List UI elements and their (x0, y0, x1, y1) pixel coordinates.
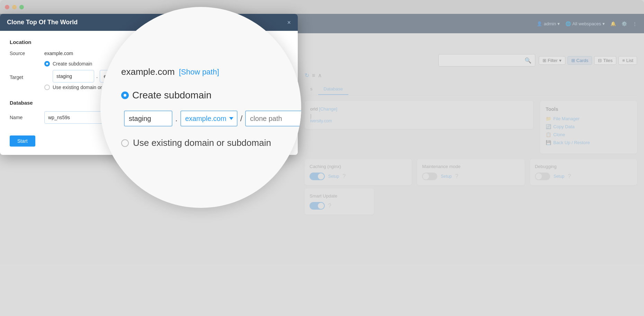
magnify-slash-separator: / (240, 114, 243, 123)
subdomain-input[interactable] (53, 70, 94, 82)
modal-title: Clone Top Of The World (7, 19, 78, 26)
source-value: example.com (44, 51, 73, 56)
magnify-dot-separator: . (175, 114, 178, 123)
source-label: Source (10, 51, 44, 56)
magnify-create-subdomain-heading: Create subdomain (121, 90, 280, 101)
magnify-path-input[interactable] (245, 111, 301, 126)
create-subdomain-label: Create subdomain (53, 61, 92, 67)
create-subdomain-radio[interactable] (44, 61, 50, 67)
magnify-domain-select[interactable]: example.com (180, 111, 238, 126)
magnify-subdomain-input[interactable] (124, 111, 172, 126)
magnify-source-domain: example.com (121, 67, 175, 77)
modal-close-button[interactable]: × (287, 19, 291, 26)
magnify-show-path-link[interactable]: [Show path] (179, 68, 219, 77)
start-button[interactable]: Start (10, 135, 35, 147)
magnify-use-existing-radio[interactable] (121, 139, 129, 147)
magnify-circle: example.com [Show path] Create subdomain… (100, 7, 301, 208)
magnify-use-existing-option[interactable]: Use existing domain or subdomain (121, 138, 280, 148)
magnify-use-existing-label: Use existing domain or subdomain (133, 138, 271, 148)
magnify-create-subdomain-radio[interactable] (121, 91, 129, 99)
clone-modal: Clone Top Of The World × Location Source… (0, 14, 298, 155)
magnify-create-subdomain-label: Create subdomain (132, 90, 212, 101)
start-button-label: Start (17, 138, 28, 144)
magnify-subdomain-row: . example.com / (124, 111, 280, 126)
target-label: Target (10, 74, 44, 80)
dot-separator: . (96, 73, 98, 79)
db-name-input[interactable] (44, 111, 107, 124)
db-name-label: Name (10, 115, 44, 120)
use-existing-radio[interactable] (44, 85, 50, 90)
magnify-content: example.com [Show path] Create subdomain… (100, 53, 301, 162)
magnify-source-row: example.com [Show path] (121, 67, 280, 77)
